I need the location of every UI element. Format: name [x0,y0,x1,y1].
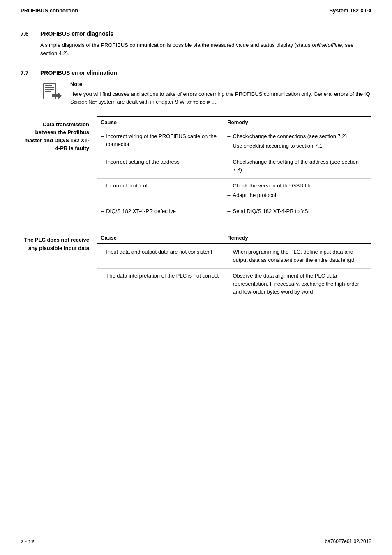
table1-remedy-header: Remedy [223,116,371,128]
table2-remedy-header: Remedy [223,232,371,244]
error-table-1: Cause Remedy – Incorrect wiring of th [97,116,371,220]
note-text: Here you will find causes and actions to… [70,90,371,106]
table-row: – Incorrect setting of the address – Che… [97,155,371,178]
list-item: – Incorrect setting of the address [101,158,219,166]
svg-rect-1 [45,85,52,86]
list-item: – Check/change the connections (see sect… [227,132,367,141]
note-icon [40,82,63,104]
table-row: – Input data and output data are not con… [97,244,371,269]
section-76-number: 7.6 [21,30,33,37]
remedy-cell: – When programming the PLC, define input… [223,244,371,269]
table-row: – Incorrect protocol – Check the version… [97,178,371,204]
list-item: – Adapt the protocol [227,191,367,199]
main-content: 7.6 PROFIBUS error diagnosis A simple di… [0,30,392,301]
note-box: Note Here you will find causes and actio… [40,80,371,106]
svg-rect-2 [45,87,54,88]
page: PROFIBUS connection System 182 XT-4 7.6 … [0,0,392,555]
footer-page-number: 7 - 12 [21,539,34,545]
footer-doc-info: ba76027e01 02/2012 [325,539,371,545]
page-header: PROFIBUS connection System 182 XT-4 [0,0,392,18]
list-item: – DIQ/S 182 XT-4-PR defective [101,207,219,215]
section-76-title: PROFIBUS error diagnosis [40,30,113,37]
section-77-title: PROFIBUS error elimination [40,69,117,76]
section-77: 7.7 PROFIBUS error elimination [21,69,371,301]
cause-cell: – Incorrect wiring of the PROFIBUS cable… [97,128,223,155]
list-item: – When programming the PLC, define input… [227,248,367,264]
table1-cause-header: Cause [97,116,223,128]
error-table-2: Cause Remedy – Input data and output [97,232,371,301]
cause-cell: – Incorrect protocol [97,178,223,204]
remedy-cell: – Check/change the setting of the addres… [223,155,371,178]
svg-rect-3 [45,89,54,90]
error-label-2: The PLC does not receive any plausible i… [21,232,97,252]
list-item: – Incorrect protocol [101,182,219,190]
list-item: – Use checklist according to section 7.1 [227,142,367,150]
table-row: – DIQ/S 182 XT-4-PR defective – Send DIQ… [97,204,371,220]
remedy-cell: – Check the version of the GSD file – Ad… [223,178,371,204]
list-item: – Observe the data alignment of the PLC … [227,272,367,296]
note-title: Note [70,80,371,88]
page-footer: 7 - 12 ba76027e01 02/2012 [0,534,392,545]
error-section-1: Data transmission between the Profibus m… [21,116,371,220]
cause-cell: – The data interpretation of the PLC is … [97,269,223,301]
list-item: – Check/change the setting of the addres… [227,158,367,174]
error-table-wrapper-2: Cause Remedy – Input data and output [97,232,371,301]
section-77-number: 7.7 [21,69,33,76]
list-item: – Incorrect wiring of the PROFIBUS cable… [101,132,219,148]
section-77-heading: 7.7 PROFIBUS error elimination [21,69,371,76]
cause-cell: – DIQ/S 182 XT-4-PR defective [97,204,223,220]
remedy-cell: – Observe the data alignment of the PLC … [223,269,371,301]
note-content: Note Here you will find causes and actio… [70,80,371,106]
list-item: – The data interpretation of the PLC is … [101,272,219,280]
list-item: – Input data and output data are not con… [101,248,219,256]
error-label-1: Data transmission between the Profibus m… [21,116,97,153]
table-row: – Incorrect wiring of the PROFIBUS cable… [97,128,371,155]
error-section-2: The PLC does not receive any plausible i… [21,232,371,301]
cause-cell: – Incorrect setting of the address [97,155,223,178]
cause-cell: – Input data and output data are not con… [97,244,223,269]
section-76-text: A simple diagnosis of the PROFIBUS commu… [40,41,371,57]
svg-rect-4 [45,91,51,92]
list-item: – Send DIQ/S 182 XT-4-PR to YSI [227,207,367,215]
table2-cause-header: Cause [97,232,223,244]
header-left: PROFIBUS connection [21,7,78,14]
table-row: – The data interpretation of the PLC is … [97,269,371,301]
section-76-heading: 7.6 PROFIBUS error diagnosis [21,30,371,37]
list-item: – Check the version of the GSD file [227,182,367,190]
remedy-cell: – Send DIQ/S 182 XT-4-PR to YSI [223,204,371,220]
error-table-wrapper-1: Cause Remedy – Incorrect wiring of th [97,116,371,220]
remedy-cell: – Check/change the connections (see sect… [223,128,371,155]
header-right: System 182 XT-4 [329,7,371,14]
